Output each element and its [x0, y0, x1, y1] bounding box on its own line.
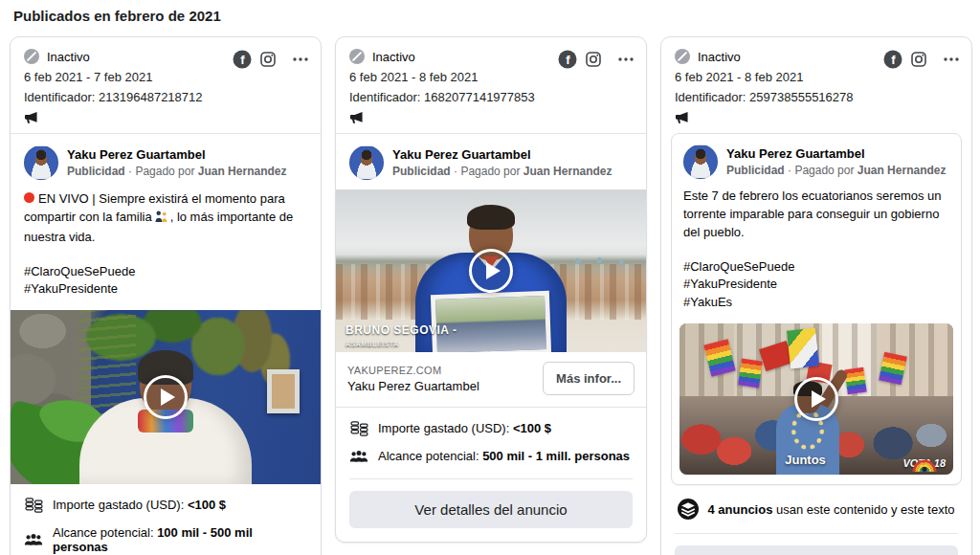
metrics: Importe gastado (USD): <100 $ Alcance po…: [11, 484, 321, 555]
people-icon: [349, 450, 368, 463]
advertiser-avatar: [683, 144, 718, 179]
ads-row: Inactivo f 6 feb 2021 - 7 feb 2021 Ident…: [10, 36, 970, 555]
identifier-label: Identificador:: [24, 90, 95, 104]
sponsor-line: Publicidad · Pagado por Juan Hernandez: [726, 164, 946, 177]
link-domain: YAKUPEREZ.COM: [347, 365, 479, 376]
ads-count: 4 anuncios: [707, 502, 772, 517]
link-title: Yaku Perez Guartambel: [347, 379, 479, 393]
reach-label: Alcance potencial:: [53, 525, 154, 540]
advertiser-name: Yaku Perez Guartambel: [67, 147, 286, 164]
megaphone-icon: [675, 111, 689, 124]
identifier-value: 1682077141977853: [424, 90, 535, 104]
advertiser-avatar: [24, 145, 58, 180]
red-circle-emoji: [24, 192, 34, 203]
subtitle-text: Juntos: [785, 453, 826, 467]
instagram-icon: [909, 50, 928, 69]
coins-icon: [350, 420, 368, 436]
people-icon: [24, 533, 43, 546]
play-button[interactable]: [469, 249, 513, 293]
video-thumbnail[interactable]: BRUNO SEGOVIA - ASAMBLEISTA: [336, 189, 646, 352]
instagram-icon: [258, 50, 278, 69]
ad-header: Inactivo f 6 feb 2021 - 8 feb 2021 Ident…: [336, 37, 646, 134]
ad-card-3: Inactivo f 6 feb 2021 - 8 feb 2021 Ident…: [660, 36, 972, 555]
person-hair: [467, 205, 515, 230]
video-thumbnail[interactable]: [11, 310, 321, 484]
spend-label: Importe gastado (USD):: [378, 421, 509, 435]
date-range: 6 feb 2021 - 8 feb 2021: [349, 70, 633, 84]
reach-value: 500 mil - 1 mill. personas: [482, 449, 630, 463]
metrics: Importe gastado (USD): <100 $ Alcance po…: [336, 408, 646, 467]
svg-text:f: f: [566, 53, 570, 67]
identifier-label: Identificador:: [349, 90, 420, 104]
advertiser-avatar: [349, 145, 384, 180]
status-label: Inactivo: [47, 50, 90, 64]
ad-content-preview-card: Yaku Perez Guartambel Publicidad · Pagad…: [671, 133, 962, 485]
inactive-icon: [675, 49, 690, 64]
svg-text:f: f: [891, 53, 896, 67]
ad-body-text: EN VIVO | Siempre existirá el momento pa…: [11, 184, 321, 310]
rainbow-flag: [738, 359, 763, 388]
ad-header: Inactivo f 6 feb 2021 - 8 feb 2021 Ident…: [661, 37, 971, 133]
campaign-logo: VOTA 18: [902, 457, 946, 469]
facebook-icon: f: [883, 50, 902, 69]
picture-frame: [267, 369, 300, 413]
ad-header: Inactivo f 6 feb 2021 - 7 feb 2021 Ident…: [11, 37, 321, 134]
held-photo: [431, 291, 551, 352]
svg-text:f: f: [240, 53, 245, 67]
more-options-button[interactable]: [617, 56, 635, 62]
spend-label: Importe gastado (USD):: [53, 498, 184, 512]
ad-card-2: Inactivo f 6 feb 2021 - 8 feb 2021 Ident…: [335, 36, 647, 543]
see-ad-details-button[interactable]: Ver detalles del anuncio: [349, 491, 633, 528]
page-title: Publicados en febrero de 2021: [13, 8, 980, 24]
advertiser-name: Yaku Perez Guartambel: [392, 147, 612, 164]
hashtags: #ClaroQueSePuede #YakuPresidente: [24, 263, 307, 300]
more-options-button[interactable]: [292, 56, 309, 62]
spend-value: <100 $: [513, 421, 551, 435]
reach-label: Alcance potencial:: [378, 449, 479, 463]
status-label: Inactivo: [698, 50, 741, 64]
ad-body-text: Este 7 de febrero los ecuatorianos serem…: [672, 182, 961, 322]
instagram-icon: [584, 50, 603, 69]
advertiser-row: Yaku Perez Guartambel Publicidad · Pagad…: [11, 134, 321, 184]
facebook-icon: f: [558, 50, 577, 69]
identifier-value: 259738555516278: [749, 90, 853, 104]
identifier-label: Identificador:: [675, 90, 746, 104]
date-range: 6 feb 2021 - 8 feb 2021: [675, 70, 958, 84]
overlay-name-text: BRUNO SEGOVIA -: [345, 323, 457, 337]
ad-card-1: Inactivo f 6 feb 2021 - 7 feb 2021 Ident…: [10, 36, 322, 555]
layers-icon: [678, 499, 699, 520]
coins-icon: [25, 497, 43, 513]
more-info-button[interactable]: Más infor...: [543, 362, 635, 395]
rainbow-flag: [845, 367, 867, 395]
advertiser-row: Yaku Perez Guartambel Publicidad · Pagad…: [336, 134, 646, 184]
play-button[interactable]: [794, 377, 838, 421]
see-summary-details-button[interactable]: Ver detalles del resumen: [675, 545, 958, 555]
identifier-value: 213196487218712: [99, 90, 202, 104]
rainbow-icon: [910, 457, 939, 472]
inactive-icon: [24, 49, 39, 64]
advertiser-row: Yaku Perez Guartambel Publicidad · Pagad…: [672, 134, 961, 182]
sponsor-line: Publicidad · Pagado por Juan Hernandez: [67, 165, 286, 178]
overlay-subtitle-text: ASAMBLEISTA: [345, 341, 399, 347]
video-thumbnail[interactable]: Juntos VOTA 18: [679, 323, 953, 475]
wiphala-flag: [787, 328, 819, 369]
inactive-icon: [349, 49, 365, 64]
megaphone-icon: [24, 111, 38, 124]
family-emoji: [154, 211, 168, 229]
sponsor-line: Publicidad · Pagado por Juan Hernandez: [392, 165, 612, 178]
ads-count-text: usan este contenido y este texto: [776, 502, 954, 517]
link-preview-bar: YAKUPEREZ.COM Yaku Perez Guartambel Más …: [336, 352, 646, 408]
more-options-button[interactable]: [943, 56, 960, 62]
hashtags: #ClaroQueSePuede #YakuPresidente #YakuEs: [683, 258, 949, 313]
megaphone-icon: [349, 111, 364, 124]
date-range: 6 feb 2021 - 7 feb 2021: [24, 70, 307, 84]
status-label: Inactivo: [372, 50, 415, 64]
usage-summary: 4 anuncios usan este contenido y este te…: [661, 497, 971, 522]
spend-value: <100 $: [188, 498, 226, 512]
play-button[interactable]: [144, 375, 188, 419]
facebook-icon: f: [233, 50, 252, 69]
advertiser-name: Yaku Perez Guartambel: [726, 146, 946, 163]
